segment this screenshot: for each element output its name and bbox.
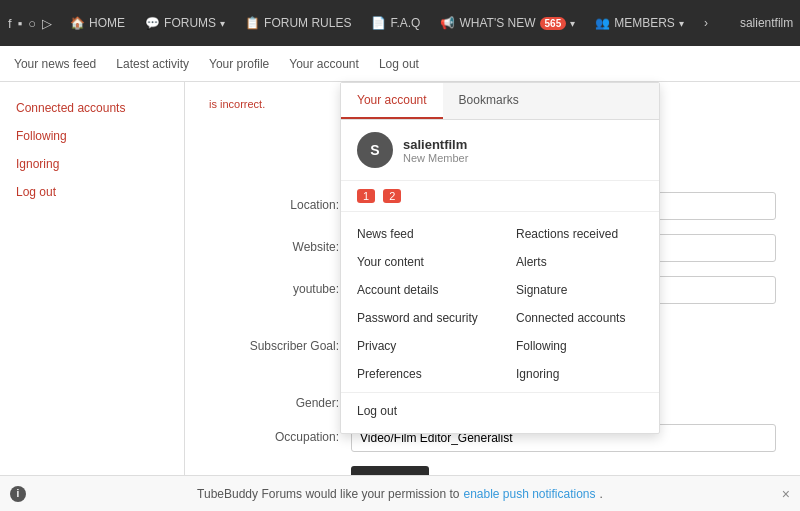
members-arrow: ▾	[679, 18, 684, 29]
occupation-label: Occupation:	[209, 424, 339, 444]
sidebar: Connected accounts Following Ignoring Lo…	[0, 82, 185, 475]
push-notifications-link[interactable]: enable push notifications	[463, 487, 595, 501]
home-icon: 🏠	[70, 16, 85, 30]
sidebar-item-connected-accounts[interactable]: Connected accounts	[0, 94, 184, 122]
dropdown-tabs: Your account Bookmarks	[341, 83, 659, 120]
whats-new-badge: 565	[540, 17, 567, 30]
forum-rules-icon: 📋	[245, 16, 260, 30]
nav-home[interactable]: 🏠 HOME	[62, 10, 133, 36]
menu-preferences[interactable]: Preferences	[341, 360, 500, 388]
dropdown-user-role: New Member	[403, 152, 468, 164]
tab-bookmarks[interactable]: Bookmarks	[443, 83, 535, 119]
whats-new-arrow: ▾	[570, 18, 575, 29]
sub-nav-your-profile[interactable]: Your profile	[207, 49, 271, 79]
nav-forum-rules[interactable]: 📋 FORUM RULES	[237, 10, 359, 36]
username-label[interactable]: salientfilm	[732, 10, 800, 36]
members-icon: 👥	[595, 16, 610, 30]
circle-icon[interactable]: ○	[28, 16, 36, 31]
forums-icon: 💬	[145, 16, 160, 30]
menu-news-feed[interactable]: News feed	[341, 220, 500, 248]
menu-your-content[interactable]: Your content	[341, 248, 500, 276]
facebook-icon[interactable]: f	[8, 16, 12, 31]
dropdown-user: S salientfilm New Member	[341, 120, 659, 181]
nav-more[interactable]: ›	[696, 10, 716, 36]
nav-forums[interactable]: 💬 FORUMS ▾	[137, 10, 233, 36]
youtube-icon[interactable]: ▷	[42, 16, 52, 31]
bottom-bar-text-after: .	[600, 487, 603, 501]
menu-password-security[interactable]: Password and security	[341, 304, 500, 332]
dropdown-avatar: S	[357, 132, 393, 168]
sidebar-item-following[interactable]: Following	[0, 122, 184, 150]
sub-nav-latest-activity[interactable]: Latest activity	[114, 49, 191, 79]
save-button[interactable]: SAVE	[351, 466, 429, 475]
dropdown-username[interactable]: salientfilm	[403, 137, 468, 152]
dropdown-user-info: salientfilm New Member	[403, 137, 468, 164]
sidebar-item-log-out[interactable]: Log out	[0, 178, 184, 206]
save-row: SAVE	[351, 466, 776, 475]
nav-members[interactable]: 👥 MEMBERS ▾	[587, 10, 692, 36]
tab-your-account[interactable]: Your account	[341, 83, 443, 119]
menu-reactions-received[interactable]: Reactions received	[500, 220, 659, 248]
notification-count-1[interactable]: 1	[357, 189, 375, 203]
dropdown-menu: News feed Reactions received Your conten…	[341, 212, 659, 433]
menu-privacy[interactable]: Privacy	[341, 332, 500, 360]
bottom-bar-text-before: TubeBuddy Forums would like your permiss…	[197, 487, 459, 501]
main-content: Connected accounts Following Ignoring Lo…	[0, 82, 800, 475]
subscriber-label: Subscriber Goal:	[209, 333, 339, 353]
social-icons: f ▪ ○ ▷	[8, 16, 52, 31]
square-icon[interactable]: ▪	[18, 16, 23, 31]
menu-following[interactable]: Following	[500, 332, 659, 360]
youtube-label: youtube:	[209, 276, 339, 296]
notification-count-2[interactable]: 2	[383, 189, 401, 203]
menu-alerts[interactable]: Alerts	[500, 248, 659, 276]
menu-log-out[interactable]: Log out	[341, 397, 659, 425]
dropdown-notifications: 1 2	[341, 181, 659, 212]
sidebar-item-ignoring[interactable]: Ignoring	[0, 150, 184, 178]
website-label: Website:	[209, 234, 339, 254]
nav-whats-new[interactable]: 📢 WHAT'S NEW 565 ▾	[432, 10, 583, 36]
sub-navbar: Your news feed Latest activity Your prof…	[0, 46, 800, 82]
bottom-bar-info: i	[10, 486, 26, 502]
menu-ignoring[interactable]: Ignoring	[500, 360, 659, 388]
bottom-bar: i TubeBuddy Forums would like your permi…	[0, 475, 800, 511]
sub-nav-news-feed[interactable]: Your news feed	[12, 49, 98, 79]
sub-nav-log-out[interactable]: Log out	[377, 49, 421, 79]
forums-arrow: ▾	[220, 18, 225, 29]
location-label: Location:	[209, 192, 339, 212]
faq-icon: 📄	[371, 16, 386, 30]
account-dropdown: Your account Bookmarks S salientfilm New…	[340, 82, 660, 434]
top-navbar: f ▪ ○ ▷ 🏠 HOME 💬 FORUMS ▾ 📋 FORUM RULES …	[0, 0, 800, 46]
gender-label: Gender:	[209, 390, 339, 410]
nav-faq[interactable]: 📄 F.A.Q	[363, 10, 428, 36]
menu-signature[interactable]: Signature	[500, 276, 659, 304]
dropdown-divider	[341, 392, 659, 393]
menu-connected-accounts[interactable]: Connected accounts	[500, 304, 659, 332]
menu-account-details[interactable]: Account details	[341, 276, 500, 304]
info-icon[interactable]: i	[10, 486, 26, 502]
close-icon[interactable]: ×	[782, 486, 790, 502]
whats-new-icon: 📢	[440, 16, 455, 30]
sub-nav-your-account[interactable]: Your account	[287, 49, 361, 79]
